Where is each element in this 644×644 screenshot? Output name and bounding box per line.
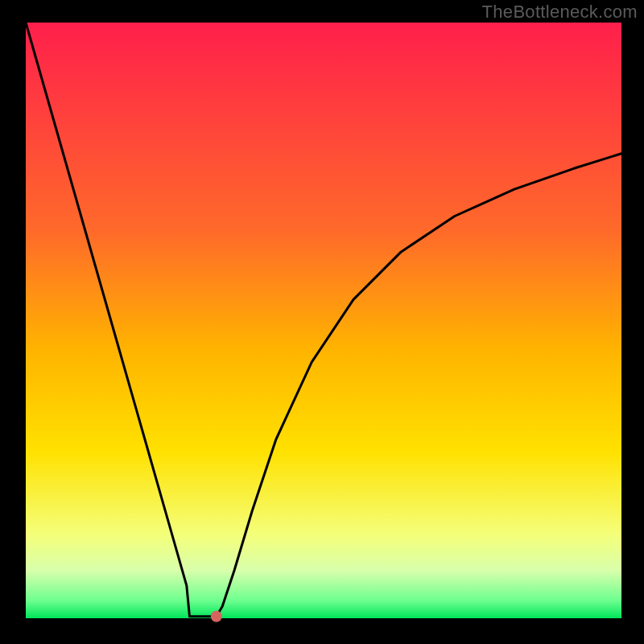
marker-dot	[211, 611, 222, 622]
chart-svg	[0, 0, 644, 644]
watermark-text: TheBottleneck.com	[482, 2, 638, 23]
plot-background	[26, 23, 621, 618]
chart-frame: TheBottleneck.com	[0, 0, 644, 644]
